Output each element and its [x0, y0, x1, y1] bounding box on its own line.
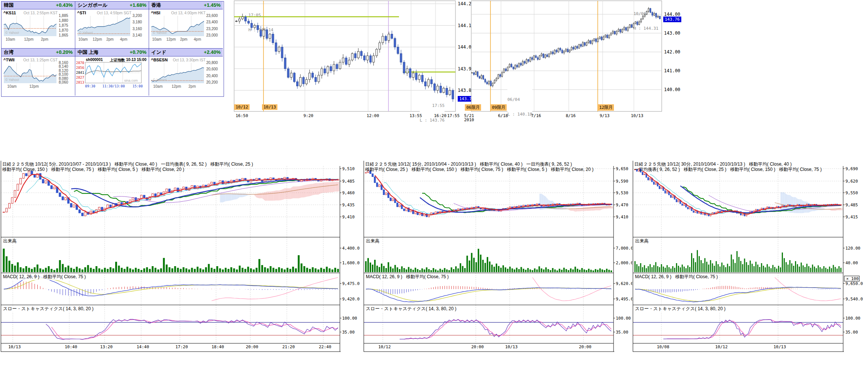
- nikkei-15min-chart: 9,6509,5909,5309,4709,4107,000.02,000.09…: [364, 161, 632, 355]
- high-time: 17:05: [248, 13, 273, 18]
- sina-watermark: sina.com: [124, 79, 138, 82]
- stoch-axis-tick: 35.00: [845, 330, 858, 335]
- x-axis-tick-label: 10am: [153, 84, 163, 88]
- y-axis-tick-label: 142.00: [664, 49, 680, 55]
- low-value: L : 140.18: [507, 112, 532, 117]
- x-axis-tick-label: 12pm: [93, 37, 102, 41]
- price-axis-tick: 9,470: [616, 203, 628, 207]
- y-axis-tick-label: 1,885: [59, 14, 68, 18]
- x-axis-tick-label: 10/13: [505, 344, 518, 349]
- stoch-axis-tick: 100.00: [342, 316, 357, 321]
- x-axis-tick-label: 15:00: [132, 84, 143, 88]
- x-axis-tick-label: 22:40: [319, 344, 331, 349]
- usdjpy-daily-chart: 10/06 H : 144.31 06/04 L : 140.18 143.76…: [462, 0, 696, 122]
- y-axis-tick-label: 1,880: [59, 18, 68, 23]
- ticker-symbol: ^STI: [77, 11, 86, 15]
- quote-timestamp: Oct 13, 3:30pm IST: [173, 58, 206, 62]
- high-value: H : 144.31: [633, 26, 658, 31]
- price-axis-tick: 9,435: [342, 203, 355, 207]
- y-axis-tick-label: 2841: [76, 71, 84, 75]
- stoch-axis-tick: 100.00: [845, 316, 860, 321]
- x-axis-tick-label: 14:40: [137, 344, 149, 349]
- y-axis: 8,1608,1408,1208,1008,0808,060: [58, 49, 75, 96]
- low-annotation: 17:55 L : 143.76: [420, 93, 445, 133]
- index-panel-korea: 韓国 +0.43% ^KS11 Oct 13, 2:55pm KST 1,885…: [2, 2, 75, 49]
- stoch-axis-tick: 35.00: [342, 330, 355, 335]
- x-axis-tick-label: 2pm: [180, 37, 187, 41]
- chart-title-line2: 一目均衡表( 9, 26, 52 ) 移動平均( Close, 25 ) 移動平…: [634, 166, 822, 173]
- volume-multiplier-label: × 100: [846, 276, 859, 281]
- high-value: H : 144.14: [248, 27, 273, 32]
- quote-timestamp: Oct 13, 4:00pm HKT: [171, 11, 206, 15]
- high-annotation: 10/06 H : 144.31: [633, 2, 658, 41]
- asia-indices-grid: 韓国 +0.43% ^KS11 Oct 13, 2:55pm KST 1,885…: [1, 1, 224, 97]
- ticker-symbol: ^TWII: [3, 58, 15, 62]
- x-axis-tick-label: 12pm: [172, 84, 181, 88]
- price-axis-tick: 9,485: [845, 203, 858, 207]
- y-axis-tick-label: 2870: [76, 61, 84, 65]
- last-price-box: 143.76: [663, 17, 681, 22]
- y-axis-tick-label: 8,080: [59, 76, 68, 81]
- volume-axis-tick: 120.00: [845, 246, 860, 251]
- x-axis-tick-label: 9/13: [600, 113, 610, 118]
- x-axis-tick-label: 10/13: [8, 344, 21, 349]
- x-axis: 10am12pm2pm4pm: [151, 37, 205, 43]
- x-axis-tick-label: 9:20: [303, 113, 314, 118]
- x-axis-tick-label: 13:55: [410, 113, 422, 118]
- x-axis-year-label: 2010: [464, 117, 474, 122]
- price-axis-tick: 9,620: [845, 179, 858, 184]
- date-box: 06限月: [465, 104, 481, 111]
- x-axis-tick-label: 11:30/13:00: [102, 84, 125, 88]
- y-axis-tick-label: 3,180: [132, 20, 142, 24]
- index-panel-india: インド +2.40% ^BSESN Oct 13, 3:30pm IST 20,…: [149, 49, 223, 96]
- price-axis-tick: 9,650: [616, 166, 628, 171]
- x-axis-tick-label: 4pm: [120, 37, 127, 41]
- x-axis-tick-label: 21:20: [282, 344, 295, 349]
- macd-axis-tick: 9,540.0: [845, 297, 863, 302]
- change-badge: +0.70%: [130, 49, 146, 56]
- high-time: 10/06: [633, 11, 658, 16]
- x-axis-tick-label: 12pm: [24, 37, 34, 41]
- panel-header: 中国 上海 +0.70%: [75, 49, 149, 56]
- x-axis: 10am12pm2pm: [151, 84, 205, 90]
- chart-title-line2: 移動平均( Close, 25 ) 移動平均( Close, 150 ) 移動平…: [365, 166, 594, 173]
- price-axis-tick: 9,410: [616, 215, 628, 219]
- y-axis-tick-label: 23,000: [206, 33, 218, 37]
- x-axis-tick-label: 7/16: [531, 113, 541, 118]
- y-axis-tick-label: 20,600: [206, 67, 218, 71]
- ticker-symbol: ^HSI: [151, 11, 160, 15]
- x-axis-tick-label: 10am: [152, 37, 161, 41]
- x-axis: 10am12pm: [3, 84, 57, 90]
- x-axis: 10am12pm2pm4pm: [77, 37, 131, 43]
- price-axis-tick: 9,415: [845, 215, 858, 219]
- y-axis-tick-label: 2813: [76, 81, 84, 84]
- price-axis-tick: 9,485: [342, 179, 355, 184]
- volume-panel-label: 出来高: [3, 238, 17, 244]
- price-axis-tick: 9,550: [845, 190, 858, 195]
- macd-panel-label: MACD( 12, 26, 9 ) 移動平均( Close, 75 ): [3, 274, 86, 280]
- index-panel-shanghai: 中国 上海 +0.70% sh000001 上证指数 10-13 15:00 2…: [75, 49, 149, 96]
- x-axis-tick-label: 20:00: [246, 344, 258, 349]
- stochastics-panel-label: スロー・ストキャスティクス( 14, 3, 80, 20 ): [366, 306, 456, 312]
- x-axis-tick-label: 09:30: [85, 84, 95, 88]
- y-axis-tick-label: 2856: [76, 66, 84, 70]
- ticker-symbol: ^BSESN: [151, 58, 168, 62]
- y-axis-tick-label: 143.00: [664, 30, 680, 36]
- yahoo-watermark: © Yahoo!: [153, 31, 167, 35]
- quote-timestamp: Oct 13, 1:25pm CST: [23, 58, 58, 62]
- x-axis-tick-label: 2pm: [41, 37, 48, 41]
- x-axis-tick-label: 13:20: [100, 344, 113, 349]
- yahoo-watermark: © Yahoo!: [5, 78, 19, 82]
- index-panel-hongkong: 香港 +1.45% ^HSI Oct 13, 4:00pm HKT 23,600…: [149, 2, 223, 49]
- y-axis-tick-label: 8,160: [59, 61, 68, 65]
- date-box: 09限月: [490, 104, 507, 111]
- y-axis-tick-label: 3,200: [132, 14, 142, 18]
- x-axis-tick-label: 16:50: [236, 113, 248, 118]
- stoch-axis-tick: 35.00: [616, 330, 628, 335]
- y-axis: 1,8851,8801,8751,8701,865: [58, 2, 75, 49]
- usdjpy-intraday-chart: 17:05 H : 144.14 17:55 L : 143.76 143.76…: [233, 0, 486, 122]
- volume-axis-tick: 4,400.0: [342, 246, 359, 251]
- y-axis: 23,60023,40023,20023,000: [206, 2, 222, 49]
- x-axis-tick-label: 20:00: [471, 344, 484, 349]
- price-axis-tick: 9,590: [616, 179, 628, 184]
